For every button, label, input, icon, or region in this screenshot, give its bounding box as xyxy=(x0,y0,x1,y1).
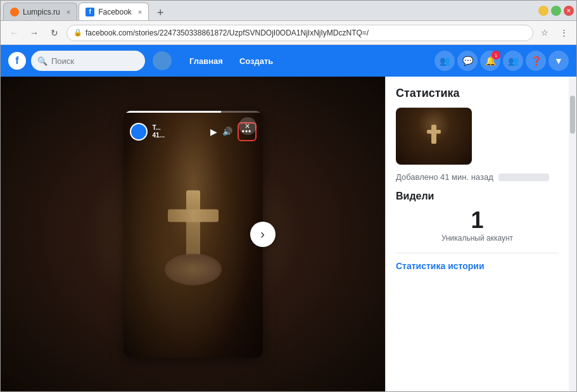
friends-icon-button[interactable]: 👥 xyxy=(434,51,455,71)
story-progress-bar xyxy=(124,111,263,113)
back-button[interactable]: ← xyxy=(6,25,22,41)
friends-icon: 👥 xyxy=(440,56,450,66)
new-tab-button[interactable]: + xyxy=(153,5,168,20)
facebook-logo: f xyxy=(8,52,26,70)
tab-lumpics[interactable]: Lumpics.ru × xyxy=(3,3,77,20)
thumb-cross-v xyxy=(431,125,436,144)
added-label: Добавлено 41 мин. назад xyxy=(396,172,493,182)
stats-panel: Статистика Добавлено 41 мин. назад Видел… xyxy=(385,77,569,391)
minimize-button[interactable] xyxy=(538,6,548,16)
address-box[interactable]: 🔒 facebook.com/stories/2247350338861872/… xyxy=(67,25,533,41)
progress-track xyxy=(124,111,263,113)
scrollbar[interactable] xyxy=(569,77,576,391)
next-story-button[interactable]: › xyxy=(250,222,276,247)
facebook-header: f 🔍 Главная Создать 👥 💬 🔔 1 xyxy=(1,45,576,77)
help-icon: ❓ xyxy=(531,56,542,66)
forward-button[interactable]: → xyxy=(26,25,42,41)
close-icon: × xyxy=(244,121,250,131)
address-bar: ← → ↻ 🔒 facebook.com/stories/22473503388… xyxy=(1,21,576,45)
tab-facebook-favicon: f xyxy=(86,8,94,16)
notification-badge: 1 xyxy=(491,51,500,60)
views-count-label: Уникальный аккаунт xyxy=(396,234,559,243)
blurred-username xyxy=(498,174,549,181)
main-content: × T...41... xyxy=(1,77,576,391)
scroll-thumb[interactable] xyxy=(570,96,575,134)
story-card: T...41... ▶ 🔊 ••• xyxy=(124,111,263,358)
browser-content: f 🔍 Главная Создать 👥 💬 🔔 1 xyxy=(1,45,576,391)
tab-facebook-label: Facebook xyxy=(98,8,132,16)
chevron-right-icon: › xyxy=(260,227,265,241)
messenger-icon: 💬 xyxy=(462,56,473,66)
stats-title: Статистика xyxy=(396,87,559,100)
thumb-cross-decoration xyxy=(427,125,441,144)
url-text: facebook.com/stories/2247350338861872/Uz… xyxy=(86,28,526,37)
dropdown-button[interactable]: ▼ xyxy=(548,51,569,71)
notifications-icon-button[interactable]: 🔔 1 xyxy=(480,51,500,71)
header-icons: 👥 💬 🔔 1 👥 ❓ ▼ xyxy=(434,51,569,71)
lock-icon: 🔒 xyxy=(73,28,82,37)
groups-icon: 👥 xyxy=(508,56,519,66)
cross-base xyxy=(165,253,222,285)
story-area: × T...41... xyxy=(1,77,385,391)
tab-lumpics-favicon xyxy=(10,8,19,16)
tab-bar: Lumpics.ru × f Facebook × + xyxy=(3,1,168,20)
close-button[interactable]: ✕ xyxy=(564,6,574,16)
refresh-button[interactable]: ↻ xyxy=(46,25,63,41)
story-timer: T...41... xyxy=(153,124,205,139)
progress-fill xyxy=(124,111,221,113)
story-close-button[interactable]: × xyxy=(239,117,257,135)
story-avatar xyxy=(130,123,148,141)
thumb-cross-h xyxy=(427,130,441,134)
search-icon: 🔍 xyxy=(37,56,48,66)
nav-home[interactable]: Главная xyxy=(183,54,229,68)
stats-thumbnail xyxy=(396,108,472,165)
tab-lumpics-label: Lumpics.ru xyxy=(23,8,60,16)
stats-history-link[interactable]: Статистика истории xyxy=(396,253,559,271)
messenger-icon-button[interactable]: 💬 xyxy=(457,51,478,71)
window-controls: ✕ xyxy=(538,6,574,16)
cross-decoration xyxy=(168,190,219,266)
help-icon-button[interactable]: ❓ xyxy=(526,51,546,71)
tab-facebook-close[interactable]: × xyxy=(138,8,142,16)
maximize-button[interactable] xyxy=(551,6,561,16)
nav-create[interactable]: Создать xyxy=(233,54,279,68)
search-input[interactable] xyxy=(51,56,127,66)
cross-horizontal xyxy=(168,209,219,222)
views-title: Видели xyxy=(396,191,559,202)
chevron-down-icon: ▼ xyxy=(554,56,563,66)
tab-lumpics-close[interactable]: × xyxy=(67,8,70,16)
volume-button[interactable]: 🔊 xyxy=(222,127,232,136)
main-nav: Главная Создать xyxy=(183,54,279,68)
views-count: 1 xyxy=(396,207,559,234)
stats-meta: Добавлено 41 мин. назад xyxy=(396,172,559,182)
menu-button[interactable]: ⋮ xyxy=(556,25,571,41)
titlebar: Lumpics.ru × f Facebook × + ✕ xyxy=(1,1,576,21)
tab-facebook[interactable]: f Facebook × xyxy=(79,3,149,20)
bookmark-button[interactable]: ☆ xyxy=(537,25,552,41)
search-box[interactable]: 🔍 xyxy=(31,51,145,71)
user-avatar xyxy=(153,51,172,70)
story-next-container: › xyxy=(250,222,276,247)
play-button[interactable]: ▶ xyxy=(210,127,217,137)
browser-window: Lumpics.ru × f Facebook × + ✕ ← → ↻ 🔒 fa… xyxy=(0,0,577,392)
story-image xyxy=(124,111,263,358)
groups-icon-button[interactable]: 👥 xyxy=(503,51,523,71)
